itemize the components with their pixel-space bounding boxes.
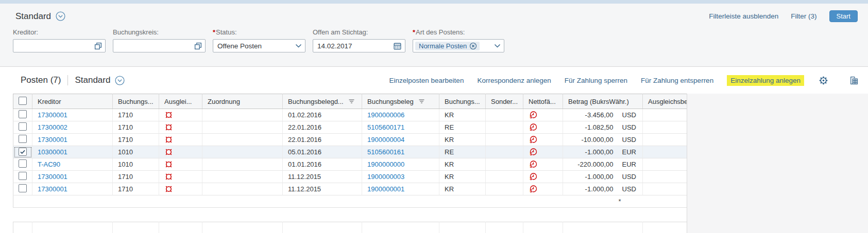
column-header-6[interactable]: Buchungsbeleg	[362, 94, 439, 109]
go-button[interactable]: Start	[829, 10, 858, 22]
table-row[interactable]: 17300002171022.01.20165105600171RE$-1.08…	[13, 121, 687, 134]
row-checkbox[interactable]	[19, 110, 27, 118]
filter-bar: Standard Filterleiste ausblenden Filter …	[0, 4, 868, 67]
betrag-value: -220.000,00	[577, 160, 613, 168]
table-row[interactable]: 17300001171011.12.20151900000001KR$-1.00…	[13, 183, 687, 195]
column-label: Ausgleichsbeleg	[648, 98, 687, 105]
column-header-7[interactable]: Buchungs...	[439, 94, 486, 109]
beleg-link[interactable]: 1900000004	[367, 136, 404, 144]
cell-sonder	[486, 171, 523, 183]
column-header-5[interactable]: Buchungsbelegd...	[283, 94, 362, 109]
cell-buchungsbeleg: 1900000004	[362, 134, 439, 146]
beleg-link[interactable]: 1900000000	[367, 160, 404, 168]
remove-token-icon[interactable]	[469, 42, 477, 50]
column-header-2[interactable]: Buchungs...	[113, 94, 159, 109]
column-header-3[interactable]: Ausglei...	[159, 94, 202, 109]
table-variant-select-icon[interactable]	[115, 76, 125, 85]
beleg-link[interactable]: 5105600161	[367, 148, 404, 156]
action-f-r-zahlung-sperren[interactable]: Für Zahlung sperren	[565, 77, 627, 84]
row-checkbox[interactable]	[19, 122, 27, 131]
variant-select-icon[interactable]	[56, 11, 65, 21]
field-label: Art des Postens:	[416, 28, 465, 36]
table-row[interactable]: T-AC90101001.01.20161900000000KR$-220.00…	[13, 158, 687, 171]
cell-ausgleich-status	[159, 146, 202, 158]
status-select[interactable]: Offene Posten	[213, 39, 305, 52]
column-header-11[interactable]: Ausgleichsbeleg	[643, 94, 687, 109]
kreditor-link[interactable]: 10300001	[38, 148, 67, 156]
table-header-row: KreditorBuchungs...Ausglei...ZuordnungBu…	[13, 94, 687, 109]
cell-ausgleich-status	[159, 134, 202, 146]
column-filter-icon[interactable]	[418, 99, 425, 104]
art-des-postens-multiselect[interactable]: Normale Posten	[413, 39, 504, 52]
column-filter-icon[interactable]	[348, 99, 355, 104]
row-select-cell[interactable]	[13, 121, 32, 134]
svg-text:$: $	[530, 176, 533, 181]
chevron-down-icon[interactable]	[295, 44, 302, 48]
kreditor-input[interactable]	[13, 39, 106, 52]
filters-dialog-link[interactable]: Filter (3)	[791, 12, 816, 20]
cell-sonder	[486, 158, 523, 171]
row-select-cell[interactable]	[13, 134, 32, 146]
export-spreadsheet-icon[interactable]	[849, 76, 859, 85]
row-select-cell[interactable]	[13, 158, 32, 171]
cell-zuordnung	[202, 183, 283, 195]
settings-gear-icon[interactable]	[819, 76, 828, 85]
row-checkbox[interactable]	[19, 172, 27, 180]
cell-netto-status: $	[523, 158, 563, 171]
row-select-cell[interactable]	[13, 146, 32, 158]
table-row[interactable]: 17300001171001.02.20161900000006KR$-3.45…	[13, 109, 687, 121]
action-korrespondenz-anlegen[interactable]: Korrespondenz anlegen	[477, 77, 551, 84]
beleg-link[interactable]: 5105600171	[367, 123, 404, 131]
row-select-cell[interactable]	[13, 183, 32, 195]
row-checkbox[interactable]	[19, 148, 27, 156]
kreditor-link[interactable]: 17300002	[38, 123, 67, 131]
chevron-down-icon[interactable]	[494, 44, 501, 48]
cell-belegart: KR	[439, 158, 486, 171]
stichtag-date-input[interactable]: 14.02.2017	[313, 39, 405, 52]
beleg-link[interactable]: 1900000006	[367, 111, 404, 119]
table-right-filler	[687, 94, 868, 233]
table-row[interactable]: 10300001101005.01.20165105600161RE$-1.00…	[13, 146, 687, 158]
table-row[interactable]: 17300001171022.01.20161900000004KR$-10.0…	[13, 134, 687, 146]
cell-betrag: -220.000,00EUR	[563, 158, 643, 171]
kreditor-link[interactable]: 17300001	[38, 111, 67, 119]
action-f-r-zahlung-entsperren[interactable]: Für Zahlung entsperren	[641, 77, 713, 84]
filter-variant-title: Standard	[15, 11, 51, 22]
svg-text:$: $	[530, 151, 533, 156]
calendar-icon[interactable]	[393, 42, 402, 50]
overdue-status-icon: $	[529, 172, 538, 182]
row-checkbox[interactable]	[19, 159, 27, 168]
row-checkbox[interactable]	[19, 135, 27, 143]
empty-cell	[159, 222, 202, 233]
column-header-10[interactable]: Betrag (BukrsWähr.)	[563, 94, 643, 109]
cell-zuordnung	[202, 121, 283, 134]
action-einzelposten-bearbeiten[interactable]: Einzelposten bearbeiten	[389, 77, 464, 84]
kreditor-link[interactable]: 17300001	[38, 185, 67, 193]
kreditor-link[interactable]: 17300001	[38, 173, 67, 181]
select-all-checkbox[interactable]	[19, 97, 27, 105]
table-title: Posten (7)	[21, 75, 61, 85]
table-row[interactable]: 17300001171011.12.20151900000003KR$-1.00…	[13, 171, 687, 183]
value-help-icon[interactable]	[194, 42, 202, 50]
row-checkbox[interactable]	[19, 184, 27, 192]
column-header-4[interactable]: Zuordnung	[202, 94, 283, 109]
column-header-8[interactable]: Sonder...	[486, 94, 523, 109]
kreditor-link[interactable]: 17300001	[38, 136, 67, 144]
beleg-link[interactable]: 1900000001	[367, 185, 404, 193]
kreditor-link[interactable]: T-AC90	[38, 160, 60, 168]
hide-filterbar-link[interactable]: Filterleiste ausblenden	[709, 12, 778, 20]
cell-kreditor: 17300002	[32, 121, 113, 134]
column-header-9[interactable]: Nettofä...	[523, 94, 563, 109]
empty-cell	[362, 222, 439, 233]
buchungskreis-input[interactable]	[113, 39, 206, 52]
cell-netto-status: $	[523, 121, 563, 134]
overdue-status-icon: $	[529, 185, 538, 194]
column-header-1[interactable]: Kreditor	[32, 94, 113, 109]
beleg-link[interactable]: 1900000003	[367, 173, 404, 181]
table-variant-title: Standard	[75, 75, 110, 85]
action-einzelzahlung-anlegen[interactable]: Einzelzahlung anlegen	[727, 75, 804, 86]
value-help-icon[interactable]	[94, 42, 102, 50]
row-select-cell[interactable]	[13, 171, 32, 183]
row-select-cell[interactable]	[13, 109, 32, 121]
shell-header-edge	[0, 0, 868, 4]
